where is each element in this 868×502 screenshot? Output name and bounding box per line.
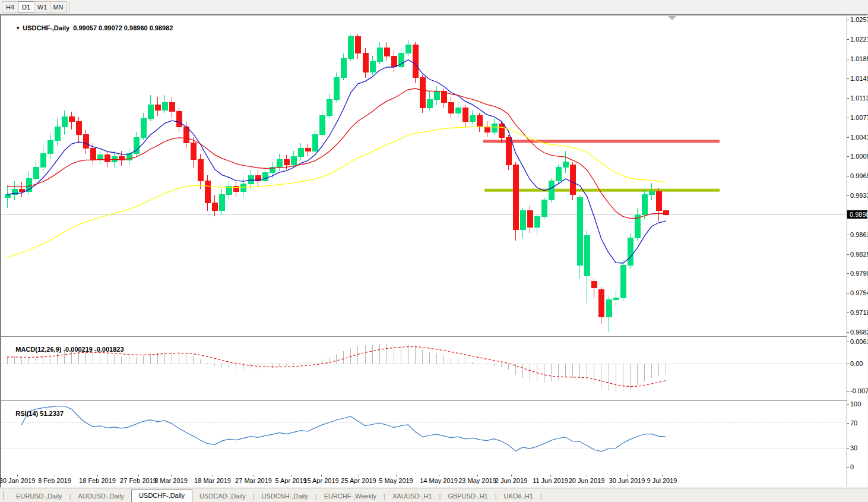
rsi-axis-label: 0	[850, 463, 854, 471]
candle-body	[370, 61, 375, 72]
chart-tab-xauusd-h1[interactable]: XAUUSD-,H1	[385, 491, 439, 502]
candle-body	[363, 53, 368, 72]
date-tick	[97, 475, 98, 476]
date-tick	[396, 475, 397, 476]
candle-body	[191, 143, 197, 159]
candle-body	[606, 299, 612, 317]
timeframe-toolbar: H4D1W1MN	[0, 0, 868, 14]
candle-body	[649, 192, 654, 195]
chart-tab-eurchf-weekly[interactable]: EURCHF-,Weekly	[317, 491, 384, 502]
candle-body	[141, 118, 146, 137]
candle-body	[384, 48, 389, 56]
macd-axis-label: -0.00761	[850, 387, 868, 394]
candle-body	[19, 189, 24, 192]
tab-separator: |	[540, 492, 542, 500]
date-tick	[171, 475, 172, 476]
terminal-window: H4D1W1MN ▼USDCHF-,Daily 0.99057 0.99072 …	[0, 0, 868, 502]
chart-tab-usdcnh-daily[interactable]: USDCNH-,Daily	[255, 491, 315, 502]
candle-body	[277, 159, 282, 168]
date-axis[interactable]: 30 Jan 20198 Feb 201918 Feb 201927 Feb 2…	[1, 475, 847, 487]
chart-ohlc-values: 0.99057 0.99072 0.98960 0.98982	[73, 24, 173, 31]
date-tick	[17, 475, 18, 476]
candle-body	[291, 156, 296, 165]
candle-body	[105, 155, 110, 162]
rsi-chart-canvas[interactable]	[1, 402, 847, 474]
timeframe-button-d1[interactable]: D1	[18, 1, 34, 13]
candle-body	[341, 59, 347, 78]
macd-axis-label: 0.00	[850, 360, 863, 367]
date-tick	[662, 475, 663, 476]
candle-body	[284, 159, 289, 165]
candle-body	[499, 124, 504, 138]
chart-tabbar: EURUSD-,Daily|AUDUSD-,DailyUSDCHF-,Daily…	[0, 488, 868, 502]
panel-divider[interactable]	[1, 336, 867, 337]
date-axis-label: 18 Feb 2019	[74, 477, 121, 484]
date-tick	[511, 475, 512, 476]
date-tick	[254, 475, 254, 476]
timeframe-button-mn[interactable]: MN	[50, 1, 66, 13]
candle-body	[391, 56, 397, 67]
candle-body	[40, 154, 46, 168]
price-chart-canvas[interactable]	[1, 15, 847, 336]
chart-tab-usdcad-daily[interactable]: USDCAD-,Daily	[192, 491, 253, 502]
ma-medium-line	[7, 89, 666, 219]
price-axis[interactable]: 0.98982 1.025701.022101.018501.014901.01…	[847, 15, 867, 487]
price-axis-label: 1.02210	[850, 36, 868, 43]
date-tick	[439, 475, 439, 476]
candle-body	[313, 135, 318, 151]
candle-body	[5, 195, 10, 198]
price-axis-label: 0.99690	[850, 172, 868, 179]
candle-body	[205, 181, 211, 203]
support-line[interactable]	[484, 189, 720, 192]
resistance-line[interactable]	[483, 140, 720, 143]
date-axis-label: 8 Feb 2019	[31, 477, 78, 484]
price-axis-label: 1.01130	[850, 94, 868, 102]
candle-body	[506, 137, 511, 165]
macd-chart-canvas[interactable]	[1, 337, 847, 400]
candle-body	[427, 99, 433, 108]
date-tick	[321, 475, 322, 476]
candle-body	[91, 149, 96, 159]
candle-body	[628, 238, 633, 266]
candle-body	[176, 112, 182, 127]
tabbar-edge	[4, 491, 4, 500]
price-axis-label: 1.02570	[850, 16, 868, 23]
rsi-label: RSI(14) 51.2337	[5, 403, 64, 424]
timeframe-button-h4[interactable]: H4	[2, 1, 18, 13]
candle-body	[484, 127, 490, 132]
chart-tab-usdchf-daily[interactable]: USDCHF-,Daily	[131, 490, 192, 502]
chart-tab-ukoil-h1[interactable]: UKOil-,H1	[497, 491, 541, 502]
timeframe-button-w1[interactable]: W1	[34, 1, 50, 13]
candle-body	[377, 48, 382, 62]
price-axis-label: 0.97540	[850, 289, 868, 296]
candle-body	[449, 102, 454, 113]
candle-body	[356, 36, 361, 53]
price-axis-label: 0.97900	[850, 270, 868, 277]
candle-body	[33, 168, 39, 178]
candle-body	[84, 135, 89, 149]
candle-body	[148, 105, 153, 119]
date-tick	[477, 475, 478, 476]
chart-tab-eurusd-daily[interactable]: EURUSD-,Daily	[9, 491, 69, 502]
price-axis-label: 1.00770	[850, 114, 868, 121]
candle-body	[62, 117, 67, 127]
panel-divider[interactable]	[1, 400, 867, 402]
rsi-axis-label: 70	[850, 419, 857, 427]
candle-body	[549, 181, 555, 200]
chart-shift-marker-icon[interactable]	[668, 16, 676, 20]
candle-body	[413, 45, 418, 78]
candle-body	[55, 127, 60, 140]
price-axis-label: 0.98250	[850, 251, 868, 258]
candle-body	[69, 117, 75, 121]
candle-body	[513, 165, 518, 230]
chart-tab-gbpusd-h1[interactable]: GBPUSD-,H1	[441, 491, 495, 502]
candle-body	[420, 78, 425, 108]
candle-body	[169, 102, 175, 112]
rsi-axis-label: 30	[850, 444, 857, 452]
price-axis-label: 0.96820	[850, 329, 868, 336]
chart-tab-audusd-daily[interactable]: AUDUSD-,Daily	[71, 491, 131, 502]
date-axis-label: 5 May 2019	[372, 477, 420, 484]
candle-body	[155, 105, 160, 110]
rsi-axis-label: 100	[850, 400, 861, 408]
candle-body	[477, 116, 483, 127]
